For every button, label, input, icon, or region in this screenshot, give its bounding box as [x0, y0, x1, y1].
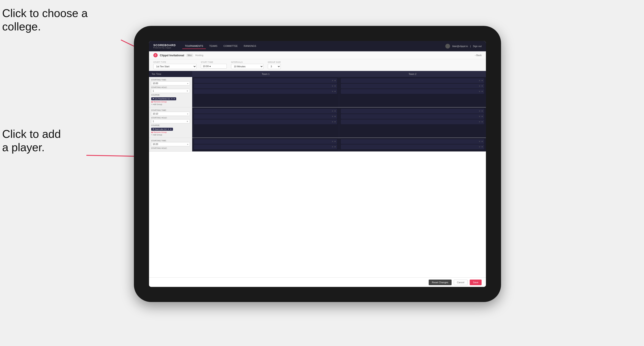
starting-time-input-2[interactable]: 10:10 ●: [151, 112, 190, 116]
course-remove-1[interactable]: ✕: [171, 98, 173, 100]
team1-col-1: ✕ ▼ ✕ ▼ ✕ ▼: [192, 77, 339, 107]
group-2-sidebar: STARTING TIME: 10:10 ● STARTING HOLE: 1 …: [149, 107, 192, 138]
player-expand-icon[interactable]: ▼: [334, 141, 336, 143]
group-1-sidebar: STARTING TIME: 10:00 ● STARTING HOLE: 1 …: [149, 77, 192, 107]
intervals-select[interactable]: 10 Minutes: [231, 64, 264, 69]
hole-arrow-2: ▼: [186, 120, 188, 123]
player-expand-icon[interactable]: ▼: [334, 146, 336, 148]
player-expand-icon[interactable]: ▼: [481, 90, 483, 93]
starting-hole-input-2[interactable]: 1 ▼: [151, 119, 190, 123]
starting-time-label-1: STARTING TIME:: [151, 79, 190, 81]
player-expand-icon[interactable]: ▼: [481, 146, 483, 148]
player-slot-6-1[interactable]: ✕ ▼: [341, 139, 484, 144]
save-button[interactable]: Save: [470, 280, 482, 285]
player-x-icon[interactable]: ✕: [332, 121, 334, 123]
player-x-icon[interactable]: ✕: [479, 146, 480, 148]
tablet-shell: SCOREBOARD Powered by clippd TOURNAMENTS…: [134, 26, 501, 302]
player-slot-6-2[interactable]: ✕ ▼: [341, 145, 484, 149]
sign-out-link[interactable]: Sign out: [473, 45, 482, 47]
player-slot-2-1[interactable]: ✕ ▼: [341, 78, 484, 83]
player-x-icon[interactable]: ✕: [332, 90, 334, 93]
player-x-icon[interactable]: ✕: [332, 141, 334, 143]
course-chip-2[interactable]: ⚑ East Lake GC ✕ ▼: [151, 128, 173, 131]
starting-hole-label-1: STARTING HOLE:: [151, 86, 190, 88]
group-size-select[interactable]: 3: [268, 64, 281, 69]
start-time-input[interactable]: 10:00 ●: [201, 64, 227, 69]
th-tee-time: Tee Time: [149, 71, 192, 77]
nav-rankings[interactable]: RANKINGS: [241, 43, 259, 49]
cancel-button[interactable]: Cancel: [454, 280, 468, 285]
group-size-group: Group Size 3: [268, 61, 281, 69]
team2-col-3: ✕ ▼ ✕ ▼: [339, 138, 486, 152]
start-type-select[interactable]: 1st Tee Start: [153, 64, 196, 69]
player-expand-icon[interactable]: ▼: [334, 121, 336, 123]
course-expand-2[interactable]: ▼: [170, 128, 172, 130]
player-expand-icon[interactable]: ▼: [334, 85, 336, 87]
starting-time-input-1[interactable]: 10:00 ●: [151, 81, 190, 85]
footer-bar: Reset Changes Cancel Save: [149, 277, 486, 287]
reset-button[interactable]: Reset Changes: [429, 280, 452, 285]
add-group-2[interactable]: + Add Group: [151, 134, 190, 136]
player-x-icon[interactable]: ✕: [479, 141, 480, 143]
course-expand-1[interactable]: ▼: [174, 98, 175, 100]
player-expand-icon[interactable]: ▼: [334, 90, 336, 93]
player-slot-3-2[interactable]: ✕ ▼: [194, 114, 337, 119]
player-expand-icon[interactable]: ▼: [481, 85, 483, 87]
player-expand-icon[interactable]: ▼: [334, 115, 336, 118]
course-chip-1[interactable]: ⚑ (A) Peachtree GC ✕ ▼: [151, 97, 176, 100]
player-x-icon[interactable]: ✕: [479, 90, 480, 93]
time-icon-2: ●: [187, 113, 188, 115]
player-slot-4-3[interactable]: ✕ ▼: [341, 120, 484, 124]
player-slot-3-1[interactable]: ✕ ▼: [194, 109, 337, 114]
nav-right: blair@clippd.io | Sign out: [445, 44, 482, 48]
player-expand-icon[interactable]: ▼: [481, 121, 483, 123]
player-slot-2-3[interactable]: ✕ ▼: [341, 89, 484, 94]
player-expand-icon[interactable]: ▼: [481, 110, 483, 112]
player-x-icon[interactable]: ✕: [332, 115, 334, 118]
back-button[interactable]: ‹ Back: [475, 54, 482, 56]
team1-col-3: ✕ ▼ ✕ ▼: [192, 138, 339, 152]
nav-teams[interactable]: TEAMS: [207, 43, 220, 49]
player-x-icon[interactable]: ✕: [332, 110, 334, 112]
form-controls: Start Type 1st Tee Start Start Time 10:0…: [149, 59, 486, 71]
start-type-label: Start Type: [153, 61, 196, 63]
player-x-icon[interactable]: ✕: [332, 146, 334, 148]
sub-header: C Clippd Invitational Men Hosting ‹ Back: [149, 51, 486, 59]
player-expand-icon[interactable]: ▼: [481, 141, 483, 143]
player-slot-5-2[interactable]: ✕ ▼: [194, 145, 337, 149]
add-group-1[interactable]: + Add Group: [151, 103, 190, 106]
th-team1: Team 1: [192, 71, 339, 77]
player-x-icon[interactable]: ✕: [479, 115, 480, 118]
player-slot-4-2[interactable]: ✕ ▼: [341, 114, 484, 119]
player-expand-icon[interactable]: ▼: [334, 110, 336, 112]
remove-group-2[interactable]: ◉ Remove Group: [151, 131, 190, 133]
nav-tournaments[interactable]: TOURNAMENTS: [182, 43, 206, 49]
clock-icon: ●: [210, 65, 211, 67]
player-x-icon[interactable]: ✕: [332, 85, 334, 87]
player-slot-1-3[interactable]: ✕ ▼: [194, 89, 337, 94]
starting-hole-input-1[interactable]: 1 ▼: [151, 89, 190, 93]
player-slot-4-1[interactable]: ✕ ▼: [341, 109, 484, 114]
starting-hole-label-2: STARTING HOLE:: [151, 117, 190, 119]
annotation-college: Click to choose acollege.: [2, 6, 88, 33]
player-x-icon[interactable]: ✕: [332, 80, 334, 82]
player-x-icon[interactable]: ✕: [479, 80, 480, 82]
player-x-icon[interactable]: ✕: [479, 85, 480, 87]
player-slot-1-2[interactable]: ✕ ▼: [194, 84, 337, 88]
player-expand-icon[interactable]: ▼: [481, 80, 483, 82]
player-slot-1-1[interactable]: ✕ ▼: [194, 78, 337, 83]
player-x-icon[interactable]: ✕: [479, 121, 480, 123]
player-slot-3-3[interactable]: ✕ ▼: [194, 120, 337, 124]
remove-group-1[interactable]: ◉ Remove Group: [151, 101, 190, 103]
player-expand-icon[interactable]: ▼: [481, 115, 483, 118]
avatar: [445, 44, 450, 48]
course-remove-2[interactable]: ✕: [168, 128, 169, 130]
gender-badge: Men: [186, 54, 193, 57]
player-expand-icon[interactable]: ▼: [334, 80, 336, 82]
player-x-icon[interactable]: ✕: [479, 110, 480, 112]
team1-col-2: ✕ ▼ ✕ ▼ ✕ ▼: [192, 107, 339, 138]
nav-committee[interactable]: COMMITTEE: [221, 43, 240, 49]
starting-time-input-3[interactable]: 10:20 ●: [151, 142, 190, 146]
player-slot-2-2[interactable]: ✕ ▼: [341, 84, 484, 88]
player-slot-5-1[interactable]: ✕ ▼: [194, 139, 337, 144]
